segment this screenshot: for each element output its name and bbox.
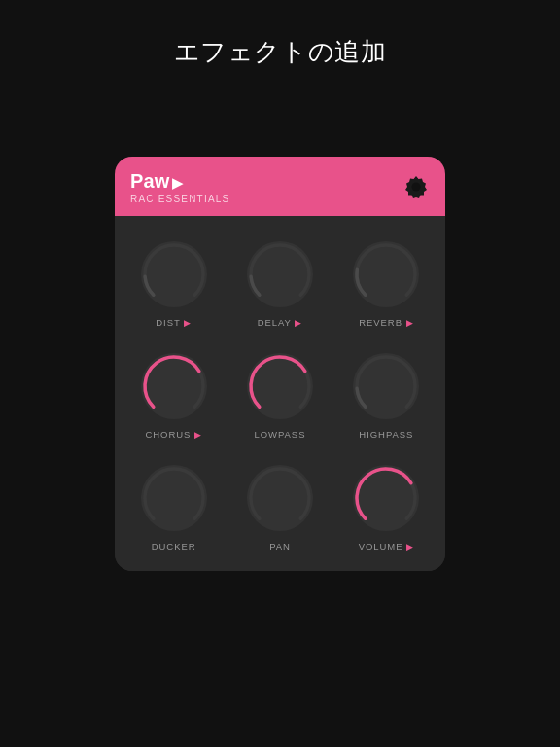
knob-ducker[interactable] <box>137 461 211 535</box>
knob-label-chorus: CHORUS ▶ <box>145 429 201 440</box>
knob-volume[interactable] <box>349 461 423 535</box>
knob-reverb[interactable] <box>349 237 423 311</box>
svg-point-9 <box>247 465 313 531</box>
knob-label-volume: VOLUME ▶ <box>359 541 414 551</box>
knob-cell-chorus[interactable]: CHORUS ▶ <box>121 338 227 449</box>
knob-cell-reverb[interactable]: REVERB ▶ <box>333 226 439 338</box>
knob-label-reverb: REVERB ▶ <box>359 317 413 328</box>
svg-point-10 <box>353 465 419 531</box>
plugin-header: Paw▶ RAC ESSENTIALS <box>115 157 445 216</box>
knob-label-highpass: HIGHPASS <box>359 429 413 440</box>
plugin-card: Paw▶ RAC ESSENTIALS DIST ▶ <box>115 157 445 571</box>
plugin-subtitle: RAC ESSENTIALS <box>130 194 229 204</box>
knob-cell-ducker[interactable]: DUCKER <box>121 449 227 561</box>
knob-cell-volume[interactable]: VOLUME ▶ <box>333 449 439 561</box>
svg-point-7 <box>353 353 419 419</box>
svg-point-5 <box>141 353 207 419</box>
knob-label-pan: PAN <box>269 541 291 551</box>
plugin-header-left: Paw▶ RAC ESSENTIALS <box>130 170 229 204</box>
knob-label-delay: DELAY ▶ <box>258 317 303 328</box>
knob-cell-dist[interactable]: DIST ▶ <box>121 226 227 338</box>
svg-point-1 <box>412 182 421 191</box>
knob-label-ducker: DUCKER <box>152 541 196 551</box>
knob-pan[interactable] <box>243 461 317 535</box>
knob-lowpass[interactable] <box>243 349 317 423</box>
page-title: エフェクトの追加 <box>174 35 386 69</box>
knob-label-dist: DIST ▶ <box>156 317 192 328</box>
knob-highpass[interactable] <box>349 349 423 423</box>
knob-chorus[interactable] <box>137 349 211 423</box>
plugin-name[interactable]: Paw▶ <box>130 170 229 193</box>
knob-cell-lowpass[interactable]: LOWPASS <box>227 338 332 449</box>
svg-point-6 <box>247 353 313 419</box>
knob-delay[interactable] <box>243 237 317 311</box>
knob-cell-pan[interactable]: PAN <box>227 449 332 561</box>
knob-label-lowpass: LOWPASS <box>255 429 306 440</box>
svg-point-4 <box>353 241 419 307</box>
knobs-grid: DIST ▶ DELAY ▶ REVERB ▶ CHORUS ▶ <box>115 216 445 571</box>
knob-cell-delay[interactable]: DELAY ▶ <box>227 226 332 338</box>
knob-dist[interactable] <box>137 237 211 311</box>
knob-cell-highpass[interactable]: HIGHPASS <box>333 338 439 449</box>
settings-icon[interactable] <box>402 172 430 203</box>
svg-point-3 <box>247 241 313 307</box>
svg-point-2 <box>141 241 207 307</box>
svg-point-8 <box>141 465 207 531</box>
